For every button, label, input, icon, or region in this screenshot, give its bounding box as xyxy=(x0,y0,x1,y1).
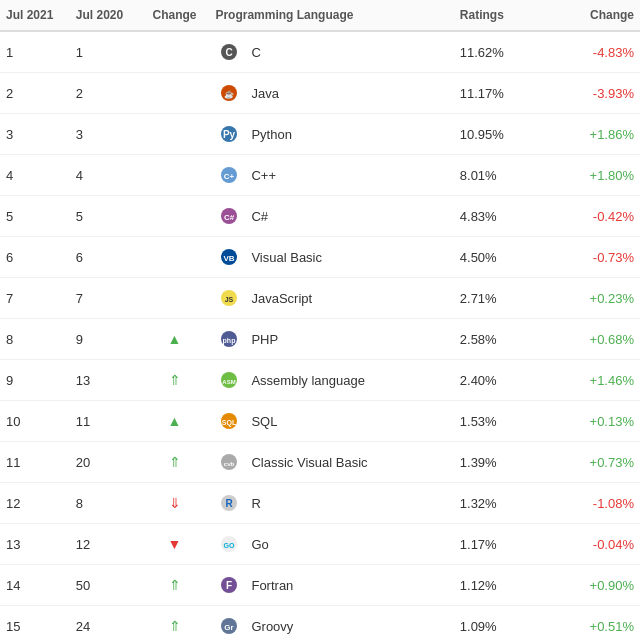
header-ratings: Ratings xyxy=(454,0,547,31)
lang-icon: R xyxy=(215,489,243,517)
arrow-down-icon: ▼ xyxy=(168,536,182,552)
change-arrow xyxy=(140,237,210,278)
language-cell: C C xyxy=(209,31,453,73)
lang-name: Go xyxy=(251,537,268,552)
lang-name: PHP xyxy=(251,332,278,347)
header-language: Programming Language xyxy=(209,0,453,31)
language-cell: cvb Classic Visual Basic xyxy=(209,442,453,483)
language-cell: R R xyxy=(209,483,453,524)
change-value: -0.73% xyxy=(547,237,640,278)
ratings-value: 8.01% xyxy=(454,155,547,196)
lang-name: SQL xyxy=(251,414,277,429)
lang-name: Fortran xyxy=(251,578,293,593)
rank-jul2021: 8 xyxy=(0,319,70,360)
ratings-value: 11.62% xyxy=(454,31,547,73)
change-arrow: ⇑ xyxy=(140,442,210,483)
language-cell: Py Python xyxy=(209,114,453,155)
svg-text:GO: GO xyxy=(224,542,235,549)
rank-jul2020: 8 xyxy=(70,483,140,524)
arrow-up-icon: ▲ xyxy=(168,413,182,429)
svg-text:C: C xyxy=(226,47,233,58)
rank-jul2021: 5 xyxy=(0,196,70,237)
table-row: 8 9 ▲ php PHP 2.58% +0.68% xyxy=(0,319,640,360)
ratings-value: 4.50% xyxy=(454,237,547,278)
language-cell: VB Visual Basic xyxy=(209,237,453,278)
lang-icon: ASM xyxy=(215,366,243,394)
lang-name: Python xyxy=(251,127,291,142)
header-jul2020: Jul 2020 xyxy=(70,0,140,31)
change-value: +0.13% xyxy=(547,401,640,442)
svg-text:JS: JS xyxy=(225,296,234,303)
rank-jul2020: 4 xyxy=(70,155,140,196)
change-arrow: ⇑ xyxy=(140,606,210,642)
ratings-value: 1.53% xyxy=(454,401,547,442)
svg-text:☕: ☕ xyxy=(224,89,234,99)
rank-jul2020: 7 xyxy=(70,278,140,319)
rank-jul2021: 2 xyxy=(0,73,70,114)
lang-name: JavaScript xyxy=(251,291,312,306)
language-cell: Gr Groovy xyxy=(209,606,453,642)
change-arrow xyxy=(140,155,210,196)
lang-name: Java xyxy=(251,86,278,101)
lang-icon: VB xyxy=(215,243,243,271)
arrow-double-up-icon: ⇑ xyxy=(169,577,181,593)
arrow-double-up-icon: ⇑ xyxy=(169,454,181,470)
rank-jul2020: 12 xyxy=(70,524,140,565)
svg-text:C#: C# xyxy=(224,213,235,222)
rank-jul2020: 11 xyxy=(70,401,140,442)
table-row: 11 20 ⇑ cvb Classic Visual Basic 1.39% +… xyxy=(0,442,640,483)
rank-jul2020: 2 xyxy=(70,73,140,114)
lang-name: Groovy xyxy=(251,619,293,634)
language-cell: ☕ Java xyxy=(209,73,453,114)
change-arrow xyxy=(140,114,210,155)
rankings-table: Jul 2021 Jul 2020 Change Programming Lan… xyxy=(0,0,640,641)
language-cell: php PHP xyxy=(209,319,453,360)
svg-text:Gr: Gr xyxy=(225,623,234,632)
arrow-double-down-icon: ⇓ xyxy=(169,495,181,511)
lang-name: Visual Basic xyxy=(251,250,322,265)
rank-jul2021: 14 xyxy=(0,565,70,606)
rank-jul2020: 50 xyxy=(70,565,140,606)
language-cell: C+ C++ xyxy=(209,155,453,196)
arrow-double-up-icon: ⇑ xyxy=(169,618,181,634)
header-jul2021: Jul 2021 xyxy=(0,0,70,31)
rank-jul2020: 6 xyxy=(70,237,140,278)
rank-jul2020: 20 xyxy=(70,442,140,483)
lang-name: R xyxy=(251,496,260,511)
lang-icon: ☕ xyxy=(215,79,243,107)
lang-icon: C xyxy=(215,38,243,66)
svg-text:R: R xyxy=(226,498,234,509)
ratings-value: 2.71% xyxy=(454,278,547,319)
table-row: 6 6 VB Visual Basic 4.50% -0.73% xyxy=(0,237,640,278)
table-row: 4 4 C+ C++ 8.01% +1.80% xyxy=(0,155,640,196)
svg-text:ASM: ASM xyxy=(223,379,236,385)
svg-text:F: F xyxy=(226,580,232,591)
change-arrow: ⇓ xyxy=(140,483,210,524)
lang-icon: cvb xyxy=(215,448,243,476)
change-value: -1.08% xyxy=(547,483,640,524)
rank-jul2021: 6 xyxy=(0,237,70,278)
main-table-container: Jul 2021 Jul 2020 Change Programming Lan… xyxy=(0,0,640,641)
lang-name: Assembly language xyxy=(251,373,364,388)
change-arrow xyxy=(140,31,210,73)
lang-icon: SQL xyxy=(215,407,243,435)
change-value: +0.51% xyxy=(547,606,640,642)
lang-name: C xyxy=(251,45,260,60)
change-arrow: ⇑ xyxy=(140,565,210,606)
rank-jul2021: 12 xyxy=(0,483,70,524)
change-value: +0.23% xyxy=(547,278,640,319)
table-row: 13 12 ▼ GO Go 1.17% -0.04% xyxy=(0,524,640,565)
table-row: 9 13 ⇑ ASM Assembly language 2.40% +1.46… xyxy=(0,360,640,401)
rank-jul2021: 3 xyxy=(0,114,70,155)
svg-text:cvb: cvb xyxy=(224,461,235,467)
lang-name: C++ xyxy=(251,168,276,183)
lang-icon: C# xyxy=(215,202,243,230)
ratings-value: 11.17% xyxy=(454,73,547,114)
lang-name: Classic Visual Basic xyxy=(251,455,367,470)
rank-jul2020: 13 xyxy=(70,360,140,401)
rank-jul2021: 15 xyxy=(0,606,70,642)
language-cell: C# C# xyxy=(209,196,453,237)
table-row: 10 11 ▲ SQL SQL 1.53% +0.13% xyxy=(0,401,640,442)
change-value: +1.86% xyxy=(547,114,640,155)
rank-jul2021: 11 xyxy=(0,442,70,483)
